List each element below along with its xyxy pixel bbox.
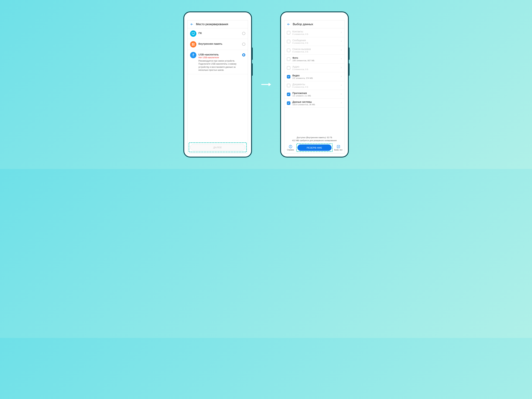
chevron-right-icon [340,40,342,43]
checkbox[interactable] [287,57,290,61]
data-label: Список вызовов [292,48,338,51]
data-body: Фото189 элементов, 807 МБ [292,57,338,62]
data-subtext: 0 элементов, 0 Б [292,51,338,53]
data-row: Контакты0 элементов, 0 Б [284,28,345,37]
chevron-right-icon [340,49,342,52]
checkbox [287,84,290,87]
select-all-icon [336,145,340,149]
checkbox [287,40,290,43]
location-description: Рекомендуется при смене устройств. Подкл… [198,59,240,72]
arrow-right-icon [261,82,271,87]
location-list: ПК Внутренняя память USB-накопитель [188,28,248,141]
location-error: Нет USB-накопителя [198,56,240,59]
data-body: Список вызовов0 элементов, 0 Б [292,48,338,53]
info-icon [289,145,292,149]
data-label: Аудио [292,65,338,68]
check-icon [287,76,290,78]
appbar: Выбор данных [284,20,345,28]
location-label: USB-накопитель [198,53,240,56]
data-body: Видео2/2 элемента, 374 МБ [292,74,338,79]
data-body: Контакты0 элементов, 0 Б [292,30,338,35]
chevron-right-icon [340,57,342,61]
screen-backup-location: Место резервирования ПК Внутренняя памят… [187,20,248,153]
data-row[interactable]: Видео2/2 элемента, 374 МБ [284,72,345,81]
svg-rect-1 [192,32,195,34]
svg-rect-18 [337,145,340,148]
location-usb[interactable]: USB-накопитель Нет USB-накопителя Рекоме… [188,50,248,74]
page-title: Выбор данных [293,23,313,26]
data-row[interactable]: Фото189 элементов, 807 МБ [284,55,345,63]
data-subtext: 0 элементов, 0 Б [292,68,338,70]
data-subtext: 0 элементов, 0 Б [292,86,338,88]
checkbox [287,31,290,34]
screen-select-data: Выбор данных Контакты0 элементов, 0 БСоо… [284,20,345,153]
back-button[interactable] [287,23,290,26]
transition-arrow [261,82,271,87]
data-body: Сообщения0 элементов, 0 Б [292,39,338,44]
data-row: Сообщения0 элементов, 0 Б [284,37,345,46]
data-label: Видео [292,74,338,77]
data-subtext: 189 элементов, 807 МБ [292,59,338,62]
radio-internal[interactable] [242,43,245,46]
required-storage: 412 МБ требуется для резервного копирова… [286,139,343,142]
radio-usb[interactable] [242,53,245,57]
data-row[interactable]: Данные системы10/14 элементов, 36 МБ [284,99,345,108]
monitor-icon [190,31,196,37]
data-label: Сообщения [292,39,338,42]
help-label: Справка [287,149,294,151]
data-label: Данные системы [292,101,338,103]
data-subtext: 2/2 элемента, 374 МБ [292,77,338,79]
location-label: ПК [198,32,240,34]
chevron-right-icon [340,66,342,70]
data-body: Данные системы10/14 элементов, 36 МБ [292,101,338,106]
phone-frame-2: Выбор данных Контакты0 элементов, 0 БСоо… [280,12,349,158]
svg-point-17 [290,146,291,146]
checkbox[interactable] [287,101,290,105]
backup-button[interactable]: РЕЗЕРВ-НИЕ [298,145,332,151]
chevron-right-icon [340,101,342,105]
back-arrow-icon [190,23,193,26]
location-label: Внутренняя память [198,42,240,45]
data-items-list: Контакты0 элементов, 0 БСообщения0 элеме… [284,28,345,135]
select-all-action[interactable]: Выбр. все [334,145,343,151]
bottom-action-area: ДАЛЕЕ [188,141,248,153]
data-label: Приложения [292,92,338,95]
svg-marker-13 [269,83,271,86]
help-action[interactable]: Справка [286,145,295,151]
data-subtext: 10/14 элементов, 36 МБ [292,103,338,106]
data-label: Контакты [292,30,338,33]
checkbox [287,49,290,52]
check-icon [287,93,290,95]
location-internal[interactable]: Внутренняя память [188,39,248,50]
chevron-right-icon [340,75,342,78]
checkbox[interactable] [287,93,290,96]
data-label: Документы [292,83,338,86]
svg-rect-10 [194,54,194,55]
back-button[interactable] [190,23,194,26]
action-bar: Справка РЕЗЕРВ-НИЕ Выбр. все [284,143,345,153]
checkbox [287,66,290,70]
svg-point-11 [192,55,193,55]
data-label: Фото [292,57,338,59]
data-body: Документы0 элементов, 0 Б [292,83,338,88]
data-body: Приложения1/1 элемент, 2,1 МБ [292,92,338,97]
data-row[interactable]: Приложения1/1 элемент, 2,1 МБ [284,90,345,99]
next-button[interactable]: ДАЛЕЕ [190,144,245,151]
chevron-right-icon [340,84,342,87]
select-all-label: Выбр. все [334,149,342,151]
data-body: Аудио0 элементов, 0 Б [292,65,338,70]
location-pc[interactable]: ПК [188,28,248,39]
svg-point-9 [193,53,193,54]
appbar: Место резервирования [188,20,248,28]
data-subtext: 1/1 элемент, 2,1 МБ [292,95,338,97]
data-row: Документы0 элементов, 0 Б [284,81,345,90]
check-icon [287,102,290,104]
data-row: Список вызовов0 элементов, 0 Б [284,46,345,55]
storage-icon [190,41,196,48]
radio-pc[interactable] [242,32,245,35]
chevron-right-icon [340,31,342,34]
phone-frame-1: Место резервирования ПК Внутренняя памят… [183,12,252,158]
data-subtext: 0 элементов, 0 Б [292,33,338,35]
highlight-box: ДАЛЕЕ [189,142,247,152]
checkbox[interactable] [287,75,290,78]
